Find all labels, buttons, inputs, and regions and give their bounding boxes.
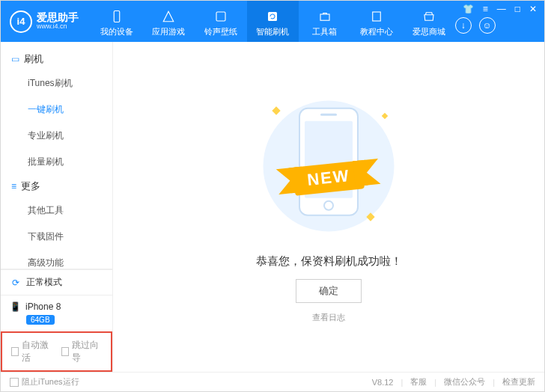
skin-button[interactable]: 👕 (461, 4, 475, 14)
checkbox-label: 跳过向导 (72, 339, 102, 364)
sidebar-item-batch-flash[interactable]: 批量刷机 (1, 149, 112, 175)
briefcase-icon (317, 9, 332, 24)
sidebar-item-oneclick-flash[interactable]: 一键刷机 (1, 97, 112, 123)
refresh-icon (265, 9, 280, 24)
tab-label: 铃声壁纸 (204, 26, 237, 37)
sidebar-item-other-tools[interactable]: 其他工具 (1, 197, 112, 224)
view-log-link[interactable]: 查看日志 (312, 312, 345, 323)
checkbox-prevent-itunes[interactable]: 阻止iTunes运行 (10, 376, 79, 388)
tab-device[interactable]: 我的设备 (91, 1, 143, 42)
device-mode-row[interactable]: ⟳ 正常模式 (1, 269, 112, 295)
tab-label: 教程中心 (360, 26, 393, 37)
app-subtitle: www.i4.cn (37, 23, 79, 31)
list-icon: ≡ (11, 181, 16, 192)
checkbox-icon (11, 347, 19, 356)
support-link[interactable]: 客服 (410, 376, 427, 388)
tab-tutorial[interactable]: 教程中心 (351, 1, 404, 42)
book-icon (369, 9, 384, 24)
minimize-button[interactable]: — (496, 4, 508, 14)
success-illustration: NEW (254, 91, 404, 241)
checkbox-label: 自动激活 (22, 339, 52, 364)
checkbox-auto-activate[interactable]: 自动激活 (11, 339, 52, 364)
sidebar-item-pro-flash[interactable]: 专业刷机 (1, 123, 112, 149)
tab-tones[interactable]: 铃声壁纸 (195, 1, 247, 42)
tab-label: 爱思商城 (412, 26, 445, 37)
store-icon (421, 9, 436, 24)
phone-icon: 📱 (10, 301, 21, 312)
flash-options-row: 自动激活 跳过向导 (1, 331, 112, 372)
device-model: iPhone 8 (25, 301, 61, 312)
sidebar-item-itunes-flash[interactable]: iTunes刷机 (1, 70, 112, 97)
checkbox-icon (61, 347, 69, 356)
close-button[interactable]: ✕ (528, 4, 538, 14)
svg-rect-4 (373, 12, 381, 21)
storage-badge: 64GB (26, 315, 55, 325)
version-label: V8.12 (372, 378, 394, 387)
tab-flash[interactable]: 智能刷机 (247, 1, 299, 42)
sidebar-section-flash: ▭ 刷机 (1, 48, 112, 70)
checkbox-skip-wizard[interactable]: 跳过向导 (61, 339, 103, 364)
tab-toolbox[interactable]: 工具箱 (299, 1, 351, 42)
tab-label: 智能刷机 (256, 26, 289, 37)
section-label: 更多 (21, 180, 40, 193)
check-update-link[interactable]: 检查更新 (502, 376, 535, 388)
sidebar-section-more: ≡ 更多 (1, 175, 112, 197)
checkbox-icon (10, 378, 19, 387)
status-bar: 阻止iTunes运行 V8.12 | 客服 | 微信公众号 | 检查更新 (1, 372, 544, 391)
checkbox-label: 阻止iTunes运行 (22, 376, 79, 388)
svg-rect-2 (268, 12, 277, 21)
tab-label: 我的设备 (100, 26, 133, 37)
svg-rect-0 (114, 10, 120, 22)
tab-label: 工具箱 (312, 26, 337, 37)
phone-icon (109, 9, 124, 24)
download-button[interactable]: ↓ (455, 17, 472, 34)
app-title: 爱思助手 (37, 12, 79, 23)
section-label: 刷机 (24, 52, 43, 66)
mode-label: 正常模式 (26, 276, 62, 289)
tab-label: 应用游戏 (152, 26, 185, 37)
sidebar-item-advanced[interactable]: 高级功能 (1, 250, 112, 269)
logo-icon: i4 (10, 10, 32, 33)
list-icon: ▭ (11, 54, 19, 64)
wechat-link[interactable]: 微信公众号 (444, 376, 485, 388)
sidebar-item-download-firmware[interactable]: 下载固件 (1, 224, 112, 250)
tab-store[interactable]: 爱思商城 (403, 1, 455, 42)
menu-button[interactable]: ≡ (481, 4, 490, 14)
maximize-button[interactable]: □ (514, 4, 522, 14)
svg-rect-1 (216, 12, 225, 21)
app-logo: i4 爱思助手 www.i4.cn (1, 1, 91, 42)
svg-rect-3 (320, 14, 329, 20)
user-button[interactable]: ☺ (479, 17, 496, 34)
top-tabs: 我的设备 应用游戏 铃声壁纸 智能刷机 工具箱 教程中心 (91, 1, 455, 42)
refresh-icon: ⟳ (10, 277, 22, 289)
apps-icon (161, 9, 176, 24)
tab-apps[interactable]: 应用游戏 (143, 1, 195, 42)
image-icon (213, 9, 228, 24)
success-headline: 恭喜您，保资料刷机成功啦！ (256, 254, 402, 269)
main-content: NEW 恭喜您，保资料刷机成功啦！ 确定 查看日志 (113, 42, 544, 372)
device-info-row[interactable]: 📱 iPhone 8 64GB (1, 295, 112, 331)
ok-button[interactable]: 确定 (296, 279, 362, 303)
sidebar: ▭ 刷机 iTunes刷机 一键刷机 专业刷机 批量刷机 ≡ 更多 其他工具 下… (1, 42, 113, 372)
